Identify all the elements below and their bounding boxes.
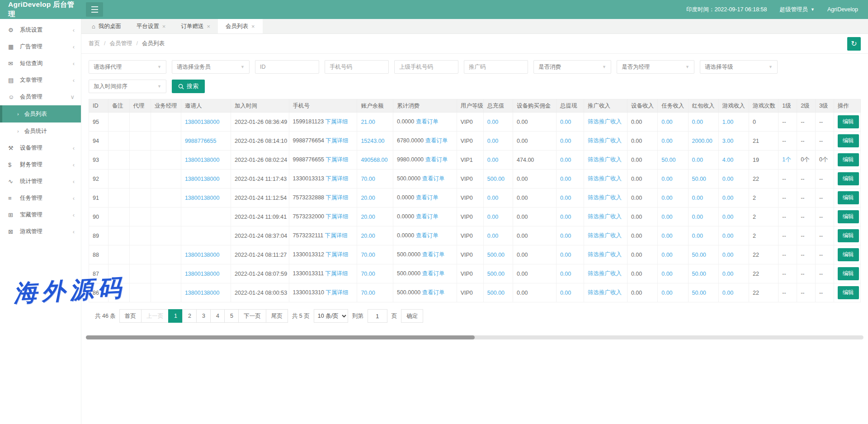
amount-value: 0.00 [487, 214, 498, 220]
promo-filter-link[interactable]: 筛选推广收入 [588, 289, 622, 296]
page-number-button[interactable]: 4 [210, 309, 225, 323]
sub-detail-link[interactable]: 下属详细 [326, 213, 349, 220]
filter-input-parent-phone[interactable] [394, 60, 458, 74]
edit-button[interactable]: 编辑 [838, 115, 859, 128]
view-order-link[interactable]: 查看订单 [422, 270, 445, 277]
page-first-button[interactable]: 首页 [119, 309, 142, 323]
page-number-button[interactable]: 3 [196, 309, 211, 323]
goto-page-input[interactable] [368, 309, 387, 323]
filter-select-is-consume[interactable]: 是否消费▼ [533, 60, 611, 74]
horizontal-scrollbar-track[interactable] [86, 335, 863, 339]
edit-button[interactable]: 编辑 [838, 134, 859, 147]
promo-filter-link[interactable]: 筛选推广收入 [588, 194, 622, 201]
promo-filter-link[interactable]: 筛选推广收入 [588, 118, 622, 125]
sub-detail-link[interactable]: 下属详细 [325, 232, 348, 239]
sidebar-item-treasure[interactable]: ⊞宝藏管理‹ [0, 207, 81, 223]
inviter-link[interactable]: 13800138000 [185, 252, 219, 258]
sidebar-item-sms[interactable]: ✉短信查询‹ [0, 55, 81, 72]
tab-desktop[interactable]: ⌂我的桌面 [84, 19, 129, 33]
inviter-link[interactable]: 13800138000 [185, 176, 219, 182]
inviter-link[interactable]: 13800138000 [185, 290, 219, 296]
inviter-link[interactable]: 13800138000 [185, 195, 219, 201]
sub-detail-link[interactable]: 下属详细 [326, 270, 348, 277]
sidebar-item-article[interactable]: ▤文章管理‹ [0, 72, 81, 89]
inviter-link[interactable]: 13800138000 [185, 157, 219, 163]
view-order-link[interactable]: 查看订单 [425, 137, 448, 144]
edit-button[interactable]: 编辑 [838, 153, 859, 166]
sidebar-item-game[interactable]: ⊠游戏管理‹ [0, 223, 81, 240]
user-role-dropdown[interactable]: 超级管理员 ▼ [779, 6, 814, 14]
tab-member-list[interactable]: 会员列表× [218, 19, 263, 33]
filter-select-agent[interactable]: 请选择代理▼ [89, 60, 166, 74]
breadcrumb-item[interactable]: 首页 [89, 40, 100, 47]
page-number-button[interactable]: 2 [182, 309, 197, 323]
view-order-link[interactable]: 查看订单 [422, 289, 445, 296]
view-order-link[interactable]: 查看订单 [416, 213, 439, 220]
sidebar-item-system[interactable]: ⚙系统设置‹ [0, 22, 81, 38]
filter-select-is-manager[interactable]: 是否为经理▼ [617, 60, 694, 74]
edit-button[interactable]: 编辑 [838, 172, 859, 185]
filter-select-level[interactable]: 请选择等级▼ [700, 60, 778, 74]
search-button[interactable]: 搜索 [172, 80, 205, 93]
refresh-button[interactable]: ↻ [847, 37, 861, 51]
hamburger-menu-icon[interactable] [86, 2, 103, 17]
view-order-link[interactable]: 查看订单 [416, 194, 439, 201]
inviter-link[interactable]: 13800138000 [185, 271, 219, 277]
promo-filter-link[interactable]: 筛选推广收入 [588, 137, 622, 144]
edit-button[interactable]: 编辑 [838, 267, 859, 280]
promo-filter-link[interactable]: 筛选推广收入 [588, 251, 622, 258]
page-number-button[interactable]: 1 [168, 309, 183, 323]
edit-button[interactable]: 编辑 [838, 191, 859, 204]
tab-platform[interactable]: 平台设置× [129, 19, 174, 33]
sidebar-item-task[interactable]: ≡任务管理‹ [0, 190, 81, 207]
promo-filter-link[interactable]: 筛选推广收入 [588, 270, 622, 277]
filter-input-id[interactable] [255, 60, 319, 74]
sub-detail-link[interactable]: 下属详细 [326, 175, 349, 182]
promo-filter-link[interactable]: 筛选推广收入 [588, 175, 622, 182]
view-order-link[interactable]: 查看订单 [416, 232, 439, 239]
edit-button[interactable]: 编辑 [838, 286, 859, 299]
promo-filter-link[interactable]: 筛选推广收入 [588, 213, 622, 220]
sub-detail-link[interactable]: 下属详细 [326, 156, 349, 163]
sidebar-item-stats[interactable]: ∿统计管理‹ [0, 173, 81, 190]
sidebar-subitem-member-list[interactable]: ›会员列表 [0, 105, 81, 122]
sort-select[interactable]: 加入时间排序 ▼ [89, 80, 166, 93]
page-next-button[interactable]: 下一页 [238, 309, 266, 323]
goto-confirm-button[interactable]: 确定 [401, 309, 423, 323]
close-icon[interactable]: × [162, 23, 166, 30]
promo-filter-link[interactable]: 筛选推广收入 [588, 156, 622, 163]
filter-select-salesman[interactable]: 请选择业务员▼ [172, 60, 250, 74]
sidebar-subitem-member-stats[interactable]: ›会员统计 [0, 122, 81, 140]
close-icon[interactable]: × [207, 23, 210, 30]
tab-order-gift[interactable]: 订单赠送× [173, 19, 218, 33]
view-order-link[interactable]: 查看订单 [422, 251, 445, 258]
filter-input-phone[interactable] [325, 60, 389, 74]
sidebar-item-device[interactable]: ⚒设备管理‹ [0, 140, 81, 156]
sidebar-item-member[interactable]: ☺会员管理∨ [0, 89, 81, 105]
col-redpack_income: 红包收入 [688, 99, 718, 113]
close-icon[interactable]: × [251, 23, 255, 30]
edit-button[interactable]: 编辑 [838, 248, 859, 261]
page-last-button[interactable]: 尾页 [266, 309, 288, 323]
filter-input-promo-code[interactable] [464, 60, 528, 74]
sub-detail-link[interactable]: 下属详细 [326, 194, 349, 201]
inviter-link[interactable]: 13800138000 [185, 119, 219, 125]
sub-detail-link[interactable]: 下属详细 [326, 251, 349, 258]
page-number-button[interactable]: 5 [224, 309, 239, 323]
view-order-link[interactable]: 查看订单 [416, 118, 439, 125]
inviter-link[interactable]: 9988776655 [185, 138, 217, 144]
sidebar-item-ads[interactable]: ▦广告管理‹ [0, 38, 81, 55]
sub-detail-link[interactable]: 下属详细 [326, 137, 349, 144]
per-page-select[interactable]: 10 条/页 [314, 309, 348, 323]
promo-filter-link[interactable]: 筛选推广收入 [588, 232, 622, 239]
breadcrumb-item[interactable]: 会员管理 [109, 40, 132, 47]
sub-detail-link[interactable]: 下属详细 [326, 118, 348, 125]
sidebar-item-finance[interactable]: $财务管理‹ [0, 156, 81, 173]
view-order-link[interactable]: 查看订单 [425, 156, 448, 163]
horizontal-scrollbar-thumb[interactable] [86, 335, 475, 339]
view-order-link[interactable]: 查看订单 [422, 175, 445, 182]
sub-detail-link[interactable]: 下属详细 [326, 289, 349, 296]
edit-button[interactable]: 编辑 [838, 229, 859, 242]
brand-link[interactable]: AgriDevelop [827, 6, 858, 13]
edit-button[interactable]: 编辑 [838, 210, 859, 223]
